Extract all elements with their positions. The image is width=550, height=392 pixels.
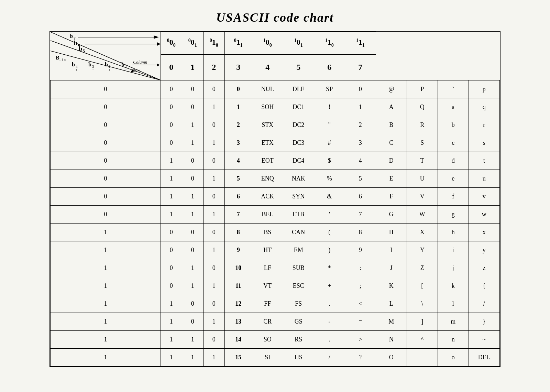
data-cell: - <box>314 313 345 330</box>
b1-cell: 1 <box>203 277 224 295</box>
svg-text:↑: ↑ <box>125 67 127 72</box>
data-cell: s <box>469 134 499 152</box>
data-cell: ' <box>314 205 345 223</box>
svg-text:i: i <box>59 57 60 61</box>
header-row-1: b 7 b 6 b 5 B i t s <box>51 32 500 55</box>
data-cell: x <box>469 223 499 241</box>
b1-cell: 0 <box>203 295 224 313</box>
row-number: 1 <box>224 98 252 116</box>
data-cell: } <box>469 313 499 330</box>
row-number: 8 <box>224 223 252 241</box>
data-cell: g <box>438 205 469 223</box>
data-cell: HT <box>252 241 283 259</box>
data-cell: VT <box>252 277 283 295</box>
svg-text:b: b <box>69 33 73 40</box>
col-header-b7-4: 100 <box>252 32 283 55</box>
table-row: 01106ACKSYN&6FVfv <box>51 187 500 205</box>
table-row: 110113CRGS-=M]m} <box>51 313 500 330</box>
data-cell: y <box>469 241 499 259</box>
svg-text:b: b <box>105 62 108 67</box>
table-row: 101111VTESC+;K[k{ <box>51 277 500 295</box>
svg-text:b: b <box>79 45 82 52</box>
b1-cell: 1 <box>203 313 224 330</box>
row-number: 9 <box>224 241 252 259</box>
col-header-b7-3: 011 <box>224 32 252 55</box>
data-cell: [ <box>407 277 438 295</box>
b3-cell: 0 <box>161 116 182 134</box>
data-cell: DEL <box>469 348 499 366</box>
b4-cell: 1 <box>51 223 161 241</box>
data-cell: X <box>407 223 438 241</box>
table-row: 101010LFSUB*:JZjz <box>51 259 500 277</box>
data-cell: F <box>376 187 407 205</box>
table-row: 111014SORS.>N^n~ <box>51 330 500 348</box>
row-number: 4 <box>224 152 252 170</box>
data-cell: US <box>283 348 314 366</box>
data-cell: c <box>438 134 469 152</box>
b1-cell: 0 <box>203 187 224 205</box>
b2-cell: 0 <box>182 313 203 330</box>
b3-cell: 1 <box>161 187 182 205</box>
data-cell: . <box>314 330 345 348</box>
b1-cell: 1 <box>203 98 224 116</box>
data-cell: DC2 <box>283 116 314 134</box>
data-cell: # <box>314 134 345 152</box>
b2-cell: 1 <box>182 134 203 152</box>
data-cell: LF <box>252 259 283 277</box>
table-row: 10008BSCAN(8HXhx <box>51 223 500 241</box>
b3-cell: 0 <box>161 223 182 241</box>
data-cell: T <box>407 152 438 170</box>
table-row: 01004EOTDC4$4DTdt <box>51 152 500 170</box>
data-cell: U <box>407 170 438 187</box>
data-cell: ( <box>314 223 345 241</box>
b4-cell: 0 <box>51 152 161 170</box>
col-num-6: 6 <box>314 54 345 80</box>
table-row: 10019HTEM)9IYiy <box>51 241 500 259</box>
data-cell: = <box>345 313 376 330</box>
svg-text:↑: ↑ <box>76 67 78 72</box>
table-row: 110012FFFS.<L\l/ <box>51 295 500 313</box>
data-cell: 7 <box>345 205 376 223</box>
b1-cell: 1 <box>203 134 224 152</box>
data-cell: DLE <box>283 80 314 98</box>
table-row: 00000NULDLESP0@P`p <box>51 80 500 98</box>
data-cell: ? <box>345 348 376 366</box>
data-cell: P <box>407 80 438 98</box>
b1-cell: 0 <box>203 116 224 134</box>
data-cell: z <box>469 259 499 277</box>
b3-cell: 1 <box>161 152 182 170</box>
data-cell: p <box>469 80 499 98</box>
data-cell: l <box>438 295 469 313</box>
data-cell: H <box>376 223 407 241</box>
data-cell: w <box>469 205 499 223</box>
data-cell: h <box>438 223 469 241</box>
row-number: 11 <box>224 277 252 295</box>
b1-cell: 0 <box>203 330 224 348</box>
data-cell: SYN <box>283 187 314 205</box>
data-cell: 9 <box>345 241 376 259</box>
b2-cell: 1 <box>182 187 203 205</box>
b4-cell: 0 <box>51 205 161 223</box>
b4-cell: 0 <box>51 116 161 134</box>
data-cell: M <box>376 313 407 330</box>
b3-cell: 0 <box>161 241 182 259</box>
data-cell: / <box>469 295 499 313</box>
data-cell: ) <box>314 241 345 259</box>
ascii-table-wrapper: b 7 b 6 b 5 B i t s <box>50 31 500 367</box>
b3-cell: 1 <box>161 295 182 313</box>
b2-cell: 0 <box>182 170 203 187</box>
data-cell: d <box>438 152 469 170</box>
b4-cell: 0 <box>51 187 161 205</box>
b1-cell: 0 <box>203 152 224 170</box>
data-cell: ENQ <box>252 170 283 187</box>
col-header-b7-5: 101 <box>283 32 314 55</box>
b2-cell: 1 <box>182 277 203 295</box>
data-cell: ^ <box>407 330 438 348</box>
data-cell: FS <box>283 295 314 313</box>
b2-cell: 0 <box>182 98 203 116</box>
data-cell: n <box>438 330 469 348</box>
data-cell: DC3 <box>283 134 314 152</box>
row-number: 3 <box>224 134 252 152</box>
col-num-0: 0 <box>161 54 182 80</box>
data-cell: i <box>438 241 469 259</box>
